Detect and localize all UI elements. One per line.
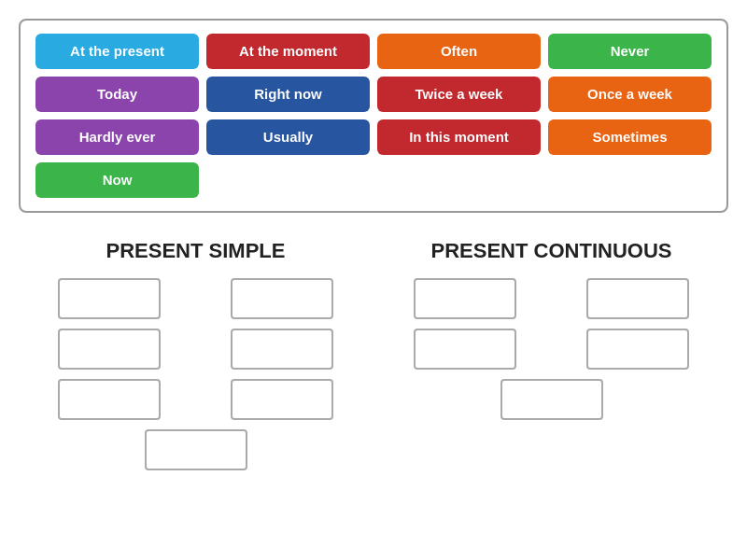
present-simple-grid	[28, 278, 363, 470]
present-simple-column: PRESENT SIMPLE	[19, 239, 373, 470]
drop-box-ps-4[interactable]	[231, 329, 333, 370]
present-simple-title: PRESENT SIMPLE	[28, 239, 363, 263]
drop-box-pc-4[interactable]	[586, 329, 689, 370]
word-btn-now[interactable]: Now	[35, 162, 199, 198]
word-btn-hardly-ever[interactable]: Hardly ever	[35, 119, 199, 155]
drop-box-pc-1[interactable]	[414, 278, 516, 319]
word-btn-once-a-week[interactable]: Once a week	[548, 77, 712, 112]
drop-box-ps-1[interactable]	[58, 278, 161, 319]
word-btn-in-this-moment[interactable]: In this moment	[377, 119, 541, 155]
word-btn-at-the-present[interactable]: At the present	[35, 34, 199, 69]
word-btn-today[interactable]: Today	[35, 77, 199, 112]
present-continuous-grid	[384, 278, 719, 420]
drop-box-ps-7-wrapper	[145, 429, 247, 470]
drop-box-pc-3[interactable]	[414, 329, 516, 370]
drop-box-pc-2[interactable]	[586, 278, 689, 319]
present-continuous-column: PRESENT CONTINUOUS	[374, 239, 728, 470]
drop-box-ps-5[interactable]	[58, 379, 161, 420]
word-btn-at-the-moment[interactable]: At the moment	[206, 34, 370, 69]
word-bank: At the present At the moment Often Never…	[19, 19, 728, 213]
word-btn-right-now[interactable]: Right now	[206, 77, 370, 112]
word-btn-sometimes[interactable]: Sometimes	[548, 119, 712, 155]
drop-box-pc-5-wrapper	[500, 379, 603, 420]
word-btn-often[interactable]: Often	[377, 34, 541, 69]
drop-box-ps-3[interactable]	[58, 329, 161, 370]
word-btn-twice-a-week[interactable]: Twice a week	[377, 77, 541, 112]
drop-box-ps-2[interactable]	[231, 278, 333, 319]
drop-section: PRESENT SIMPLE PRESENT CONTINUOUS	[19, 239, 728, 470]
drop-box-ps-7[interactable]	[145, 429, 247, 470]
drop-box-ps-6[interactable]	[231, 379, 333, 420]
drop-box-pc-5[interactable]	[500, 379, 603, 420]
present-continuous-title: PRESENT CONTINUOUS	[384, 239, 719, 263]
word-btn-never[interactable]: Never	[548, 34, 712, 69]
word-bank-grid: At the present At the moment Often Never…	[35, 34, 712, 198]
word-btn-usually[interactable]: Usually	[206, 119, 370, 155]
